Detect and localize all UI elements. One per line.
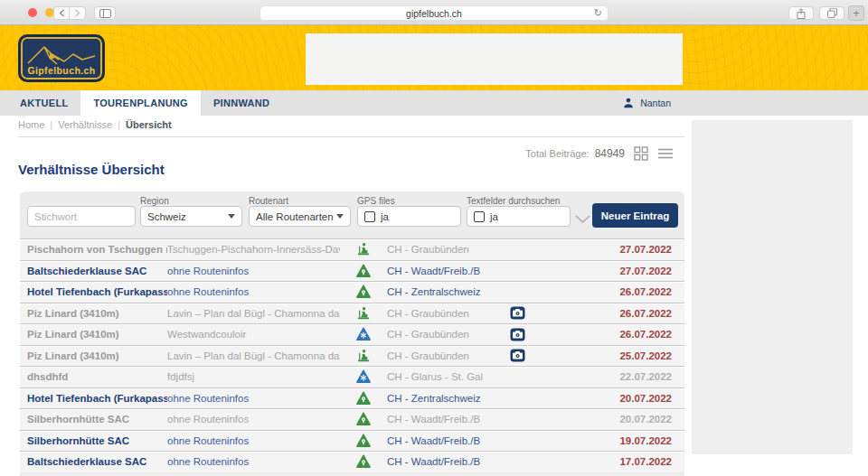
entry-route[interactable]: fdjdfsj bbox=[167, 371, 340, 382]
browser-back-button[interactable] bbox=[53, 6, 70, 20]
sidebar-ad-placeholder bbox=[692, 120, 853, 454]
share-icon[interactable] bbox=[788, 6, 814, 20]
entry-name[interactable]: Baltschiederklause SAC bbox=[20, 266, 167, 276]
keyword-field-wrap bbox=[27, 206, 136, 227]
collapse-filters-icon[interactable] bbox=[575, 211, 590, 228]
grid-view-icon[interactable] bbox=[634, 146, 648, 161]
entry-route[interactable]: Lavin – Plan dal Bügl - Chamonna dal Lin… bbox=[167, 350, 340, 361]
table-row[interactable]: Piz Linard (3410m) Westwandcouloir CH - … bbox=[20, 323, 684, 345]
breadcrumb: Home|Verhältnisse|Übersicht bbox=[18, 119, 172, 130]
entry-type-cell bbox=[340, 264, 387, 278]
entry-name[interactable]: Pischahorn von Tschuggen na bbox=[20, 244, 167, 255]
user-name: Nantan bbox=[640, 98, 671, 108]
photo-camera-icon[interactable] bbox=[510, 306, 525, 320]
table-row[interactable]: Pischahorn von Tschuggen na Tschuggen-Pi… bbox=[20, 238, 684, 260]
entry-date: 27.07.2022 bbox=[535, 266, 684, 276]
entry-date: 26.07.2022 bbox=[535, 308, 684, 319]
page-title: Verhältnisse Übersicht bbox=[18, 162, 165, 177]
entry-route[interactable]: ohne Routeninfos bbox=[167, 456, 340, 467]
divider bbox=[18, 136, 684, 137]
entry-date: 19.07.2022 bbox=[535, 435, 684, 446]
routetype-value: Alle Routenarten bbox=[256, 211, 334, 222]
entry-type-cell bbox=[340, 285, 387, 299]
nav-item-pinnwand[interactable]: PINNWAND bbox=[201, 90, 282, 116]
mountain-hut-icon bbox=[356, 412, 371, 426]
entry-region: CH - Zentralschweiz bbox=[387, 393, 499, 404]
hiking-tour-icon bbox=[356, 306, 371, 321]
entry-name[interactable]: Piz Linard (3410m) bbox=[20, 350, 167, 361]
entry-region: CH - Waadt/Freib./B bbox=[387, 266, 499, 276]
table-row[interactable]: Hotel Tiefenbach (Furkapass) ohne Routen… bbox=[20, 387, 684, 409]
breadcrumb-link[interactable]: Home bbox=[18, 119, 44, 130]
browser-chrome: gipfelbuch.ch ↻ + bbox=[0, 0, 868, 25]
region-value: Schweiz bbox=[147, 211, 186, 222]
gps-value: ja bbox=[381, 211, 389, 222]
entry-route[interactable]: ohne Routeninfos bbox=[167, 266, 340, 276]
snow-tour-icon bbox=[356, 369, 371, 384]
gps-files-filter: ja bbox=[357, 206, 461, 227]
entry-name[interactable]: Piz Linard (3410m) bbox=[20, 329, 167, 340]
address-bar[interactable]: gipfelbuch.ch ↻ bbox=[259, 5, 609, 21]
table-row[interactable]: Hotel Tiefenbach (Furkapass) ohne Routen… bbox=[20, 281, 684, 303]
entry-type-cell bbox=[340, 391, 387, 406]
entry-route[interactable]: ohne Routeninfos bbox=[167, 393, 340, 404]
table-row[interactable]: Piz Linard (3410m) Lavin – Plan dal Bügl… bbox=[20, 345, 684, 367]
entry-route[interactable]: Tschuggen-Pischahorn-Innersäss-Davos L bbox=[167, 244, 340, 255]
new-tab-button[interactable]: + bbox=[848, 5, 864, 21]
mountain-hut-icon bbox=[356, 285, 371, 299]
region-select[interactable]: Schweiz bbox=[140, 206, 242, 227]
entry-name[interactable]: Silberhornhütte SAC bbox=[20, 435, 167, 446]
entry-region: CH - Graubünden bbox=[387, 350, 499, 361]
breadcrumb-link[interactable]: Verhältnisse bbox=[58, 119, 112, 130]
entry-type-cell bbox=[340, 454, 387, 469]
nav-item-tourenplanung[interactable]: TOURENPLANUNG bbox=[80, 90, 201, 116]
entry-name[interactable]: Hotel Tiefenbach (Furkapass) bbox=[20, 286, 167, 297]
table-row[interactable]: Silberhornhütte SAC ohne Routeninfos CH … bbox=[20, 430, 684, 452]
entry-name[interactable]: dhsdhfd bbox=[20, 371, 167, 382]
gps-checkbox[interactable] bbox=[364, 211, 375, 222]
entry-name[interactable]: Silberhornhütte SAC bbox=[20, 414, 167, 425]
hiking-tour-icon bbox=[356, 242, 371, 257]
entry-name[interactable]: Baltschiederklause SAC bbox=[20, 456, 167, 467]
entry-region: CH - Graubünden bbox=[387, 244, 499, 255]
entry-region: CH - Zentralschweiz bbox=[387, 286, 499, 297]
browser-forward-button[interactable] bbox=[70, 6, 86, 20]
keyword-input[interactable] bbox=[34, 211, 128, 222]
total-label: Total Beiträge: bbox=[525, 148, 589, 159]
entry-region: CH - Waadt/Freib./B bbox=[387, 414, 499, 425]
table-row[interactable]: Piz Linard (3410m) Lavin – Plan dal Bügl… bbox=[20, 303, 684, 324]
entry-route[interactable]: Westwandcouloir bbox=[167, 329, 340, 340]
new-entry-button[interactable]: Neuer Eintrag bbox=[592, 203, 678, 228]
user-menu[interactable]: Nantan bbox=[622, 90, 671, 116]
tab-overview-icon[interactable] bbox=[819, 6, 844, 20]
entry-name[interactable]: Hotel Tiefenbach (Furkapass) bbox=[20, 393, 167, 404]
entry-type-cell bbox=[340, 327, 387, 341]
entry-route[interactable]: ohne Routeninfos bbox=[167, 435, 340, 446]
photo-camera-icon[interactable] bbox=[510, 328, 525, 341]
reload-icon[interactable]: ↻ bbox=[594, 7, 602, 19]
table-row[interactable]: Baltschiederklause SAC ohne Routeninfos … bbox=[20, 451, 684, 472]
photo-camera-icon[interactable] bbox=[510, 349, 525, 362]
entry-name[interactable]: Piz Linard (3410m) bbox=[20, 308, 167, 319]
table-row[interactable]: Baltschiederklause SAC ohne Routeninfos … bbox=[20, 260, 684, 282]
entry-region: CH - Graubünden bbox=[387, 329, 499, 340]
nav-item-aktuell[interactable]: AKTUELL bbox=[7, 90, 80, 116]
breadcrumb-separator: | bbox=[50, 119, 52, 130]
textfields-checkbox[interactable] bbox=[474, 211, 485, 222]
list-view-icon[interactable] bbox=[657, 147, 674, 160]
entry-photo-cell bbox=[499, 349, 535, 362]
site-logo[interactable]: Gipfelbuch.ch bbox=[18, 34, 105, 82]
table-row[interactable]: Silberhornhütte SAC ohne Routeninfos CH … bbox=[20, 408, 684, 430]
close-window-icon[interactable] bbox=[28, 8, 37, 17]
sidebar-toggle-icon[interactable] bbox=[94, 6, 116, 20]
table-row[interactable]: dhsdhfd fdjdfsj CH - Glarus - St. Gal 22… bbox=[20, 366, 684, 387]
entry-photo-cell bbox=[499, 328, 535, 341]
entry-date: 20.07.2022 bbox=[535, 414, 684, 425]
routetype-select[interactable]: Alle Routenarten bbox=[249, 206, 351, 227]
entry-route[interactable]: ohne Routeninfos bbox=[167, 414, 340, 425]
entry-route[interactable]: ohne Routeninfos bbox=[167, 286, 340, 297]
site-header: Gipfelbuch.ch bbox=[0, 25, 868, 90]
entry-route[interactable]: Lavin – Plan dal Bügl - Chamonna dal Lin… bbox=[167, 308, 340, 319]
entry-region: CH - Waadt/Freib./B bbox=[387, 456, 499, 467]
entry-type-cell bbox=[340, 369, 387, 384]
